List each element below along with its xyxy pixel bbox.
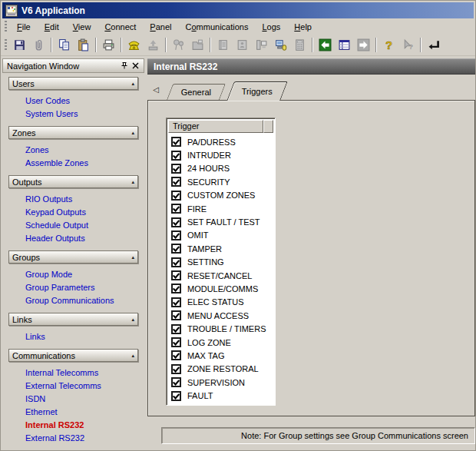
tab-triggers[interactable]: Triggers <box>226 81 288 101</box>
nav-section-groups[interactable]: Groups▴ <box>8 250 138 264</box>
notebook-icon[interactable] <box>213 36 233 54</box>
checkbox-checked-icon[interactable] <box>171 191 181 201</box>
context-help-icon[interactable]: ? <box>398 36 418 54</box>
collapse-arrow-icon[interactable]: ▴ <box>131 130 134 135</box>
nav-item-links[interactable]: Links <box>25 330 138 343</box>
collapse-arrow-icon[interactable]: ▴ <box>131 179 134 184</box>
help-icon[interactable]: ? <box>379 36 398 54</box>
nav-section-zones[interactable]: Zones▴ <box>8 126 138 139</box>
nav-item-user-codes[interactable]: User Codes <box>25 94 138 107</box>
menu-logs[interactable]: Logs <box>255 20 287 34</box>
trigger-row[interactable]: MODULE/COMMS <box>168 282 273 295</box>
checkbox-checked-icon[interactable] <box>171 364 181 374</box>
connect-phone-icon[interactable] <box>124 36 144 54</box>
trigger-row[interactable]: SUPERVISION <box>168 376 273 389</box>
nav-section-outputs[interactable]: Outputs▴ <box>8 175 138 188</box>
menu-connect[interactable]: Connect <box>98 20 143 34</box>
trigger-row[interactable]: FIRE <box>168 202 273 215</box>
trigger-row[interactable]: PA/DURESS <box>168 135 273 148</box>
checkbox-checked-icon[interactable] <box>171 217 181 227</box>
collapse-arrow-icon[interactable]: ▴ <box>131 81 134 86</box>
checkbox-checked-icon[interactable] <box>171 151 181 161</box>
app-icon[interactable] <box>5 5 18 17</box>
nav-item-internal-telecomms[interactable]: Internal Telecomms <box>25 366 138 379</box>
trigger-row[interactable]: ELEC STATUS <box>168 296 273 309</box>
attachment-icon[interactable] <box>29 36 48 54</box>
toolbar-grip-handle[interactable] <box>5 39 7 51</box>
checkbox-checked-icon[interactable] <box>171 204 181 214</box>
navigation-panel-header[interactable]: Navigation Window <box>2 58 144 73</box>
nav-item-group-communications[interactable]: Group Communications <box>25 293 138 307</box>
back-arrow-icon[interactable] <box>316 36 335 54</box>
trigger-row[interactable]: CUSTOM ZONES <box>168 189 273 202</box>
print-icon[interactable] <box>99 36 118 54</box>
trigger-row[interactable]: MAX TAG <box>168 349 273 362</box>
nav-section-communications[interactable]: Communications▴ <box>8 349 138 362</box>
checkbox-checked-icon[interactable] <box>171 337 181 347</box>
trigger-row[interactable]: SETTING <box>168 256 273 269</box>
checkbox-checked-icon[interactable] <box>171 164 181 174</box>
trigger-row[interactable]: 24 HOURS <box>168 162 273 175</box>
checkbox-checked-icon[interactable] <box>171 244 181 254</box>
nav-item-assemble-zones[interactable]: Assemble Zones <box>25 156 138 169</box>
nav-item-keypad-outputs[interactable]: Keypad Outputs <box>25 205 138 218</box>
nav-section-users[interactable]: Users▴ <box>8 77 138 90</box>
nav-item-external-rs232[interactable]: External RS232 <box>25 431 138 444</box>
paste-icon[interactable] <box>74 36 93 54</box>
calculator-icon[interactable] <box>290 36 309 54</box>
tab-general[interactable]: General <box>167 84 226 100</box>
checkbox-checked-icon[interactable] <box>171 257 181 267</box>
collapse-arrow-icon[interactable]: ▴ <box>131 317 134 322</box>
close-icon[interactable] <box>130 61 141 71</box>
balloons-icon[interactable] <box>169 36 188 54</box>
checkbox-checked-icon[interactable] <box>171 391 181 401</box>
nav-item-internal-rs232[interactable]: Internal RS232 <box>25 418 138 431</box>
checkbox-checked-icon[interactable] <box>171 230 181 240</box>
menu-file[interactable]: File <box>10 20 38 34</box>
collapse-arrow-icon[interactable]: ▴ <box>131 353 134 358</box>
title-bar[interactable]: V6 Application <box>2 2 474 18</box>
nav-item-rio-outputs[interactable]: RIO Outputs <box>25 192 138 205</box>
menu-edit[interactable]: Edit <box>38 20 66 34</box>
trigger-row[interactable]: TROUBLE / TIMERS <box>168 322 273 335</box>
nav-item-schedule-output[interactable]: Schedule Output <box>25 218 138 231</box>
pin-icon[interactable] <box>118 61 130 71</box>
nav-section-links[interactable]: Links▴ <box>8 313 138 326</box>
nav-item-system-users[interactable]: System Users <box>25 107 138 120</box>
form-view-icon[interactable] <box>335 36 354 54</box>
disconnect-icon[interactable] <box>144 36 163 54</box>
checkbox-checked-icon[interactable] <box>171 310 181 320</box>
checkbox-checked-icon[interactable] <box>171 377 181 387</box>
checkbox-checked-icon[interactable] <box>171 350 181 360</box>
enter-icon[interactable] <box>424 36 443 54</box>
copy-icon[interactable] <box>55 36 74 54</box>
trigger-row[interactable]: TAMPER <box>168 242 273 255</box>
nav-item-header-outputs[interactable]: Header Outputs <box>25 231 138 244</box>
menu-view[interactable]: View <box>66 20 98 34</box>
nav-item-external-telecomms[interactable]: External Telecomms <box>25 379 138 392</box>
checkbox-checked-icon[interactable] <box>171 324 181 334</box>
trigger-row[interactable]: ZONE RESTORAL <box>168 363 273 376</box>
forward-arrow-icon[interactable] <box>354 36 373 54</box>
trigger-row[interactable]: LOG ZONE <box>168 336 273 349</box>
trigger-row[interactable]: RESET/CANCEL <box>168 269 273 282</box>
trigger-row[interactable]: SET FAULT / TEST <box>168 215 273 228</box>
trigger-row[interactable]: MENU ACCESS <box>168 309 273 322</box>
nav-item-group-parameters[interactable]: Group Parameters <box>25 280 138 293</box>
collapse-arrow-icon[interactable]: ▴ <box>131 254 134 260</box>
tab-scroll-left-button[interactable]: ◁ <box>150 85 162 94</box>
trigger-row[interactable]: SECURITY <box>168 175 273 188</box>
nav-item-isdn[interactable]: ISDN <box>25 392 138 405</box>
nav-item-ethernet[interactable]: Ethernet <box>25 405 138 418</box>
trigger-row[interactable]: OMIT <box>168 229 273 242</box>
folder-icon[interactable] <box>188 36 207 54</box>
checkbox-checked-icon[interactable] <box>171 177 181 187</box>
checkbox-checked-icon[interactable] <box>171 270 181 280</box>
trigger-column-header[interactable]: Trigger <box>168 120 263 133</box>
checkbox-checked-icon[interactable] <box>171 137 181 147</box>
checkbox-checked-icon[interactable] <box>171 284 181 293</box>
save-icon[interactable] <box>10 36 29 54</box>
pc-setup-icon[interactable] <box>271 36 290 54</box>
trigger-row[interactable]: FAULT <box>168 389 273 402</box>
menu-panel[interactable]: Panel <box>143 20 178 34</box>
